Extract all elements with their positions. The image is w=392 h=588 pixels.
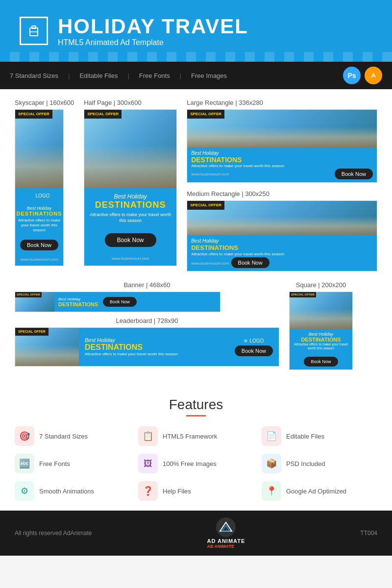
feature-label-6: Smooth Animations [39, 488, 94, 495]
skyscraper-book-btn[interactable]: Book Now [20, 240, 58, 250]
halfpage-label: Half Page | 300x600 [84, 99, 177, 106]
feature-icon-4: 🖼 [138, 454, 158, 473]
skyscraper-ad: SPECIAL OFFER ≋ LOGO Best Holiday DESTIN… [15, 109, 64, 266]
med-rect-image: SPECIAL OFFER ≋ LOGO [187, 201, 377, 235]
feature-item-6: ⚙ Smooth Animations [15, 481, 130, 501]
feature-icon-5: 📦 [262, 454, 281, 473]
halfpage-text: Best Holiday DESTINATIONS Attractive off… [89, 193, 172, 223]
large-rect-image: SPECIAL OFFER ≋ LOGO [187, 110, 377, 147]
med-rect-footer: www.businessurl.com Book Now [191, 257, 373, 268]
large-rect-footer: www.businessurl.com Book Now [191, 169, 373, 179]
skyscraper-url: www.businessurl.com [21, 257, 58, 262]
header-icon-box [20, 17, 48, 45]
med-rect-label: Medium Rectangle | 300x250 [187, 190, 377, 197]
skyscraper-logo: ≋ LOGO [29, 192, 50, 199]
feature-icon-1: 📋 [138, 426, 158, 446]
square-tagline: Attractive offers to make your travel wo… [293, 343, 349, 351]
square-headline: Best Holiday [293, 332, 349, 337]
med-rect-book-btn[interactable]: Book Now [231, 257, 270, 268]
square-destination: DESTINATIONS [293, 337, 349, 343]
banner-special-badge: SPECIAL OFFER [15, 292, 42, 297]
leaderboard-book-btn[interactable]: Book Now [235, 345, 273, 356]
leaderboard-tagline: Attractive offers to make your travel wo… [85, 352, 227, 357]
features-section: Features 🎯 7 Standard Sizes 📋 HTML5 Fram… [0, 387, 392, 511]
banner-book-btn[interactable]: Book Now [103, 297, 137, 307]
halfpage-url: www.businessurl.com [112, 256, 149, 261]
feature-item-5: 📦 PSD Included [262, 454, 377, 473]
square-header: SPECIAL OFFER ≋ LOGO [290, 292, 352, 300]
square-landscape [290, 309, 352, 329]
landscape-silhouette [15, 145, 63, 188]
leaderboard-section: Leaderboard | 728x90 SPECIAL OFFER Best … [15, 317, 279, 367]
large-rect-section: Large Rectangle | 336x280 SPECIAL OFFER … [187, 99, 377, 183]
square-image: SPECIAL OFFER ≋ LOGO [290, 292, 352, 329]
leaderboard-headline: Best Holiday [85, 337, 227, 343]
med-rect-bottom: Best Holiday DESTINATIONS Attractive off… [187, 235, 377, 271]
footer-logo-main: AD ANIMATE AD ANIMATE [207, 538, 245, 549]
banner-headline: Best Holiday [58, 297, 98, 301]
med-rect-destination: DESTINATIONS [191, 244, 373, 251]
skyscraper-label: Skyscaper | 160x600 [15, 99, 74, 106]
leaderboard-ad: SPECIAL OFFER Best Holiday DESTINATIONS … [15, 327, 279, 367]
feature-icon-3: 🔤 [15, 454, 34, 473]
halfpage-header: SPECIAL OFFER ≋ LOGO [84, 110, 176, 119]
large-rect-special-badge: SPECIAL OFFER [187, 110, 224, 119]
leaderboard-label: Leaderboard | 728x90 [15, 317, 279, 324]
toolbar-item-sizes: 7 Standard Sizes [10, 72, 58, 79]
skyscraper-header: SPECIAL OFFER [15, 110, 63, 114]
animate-logo-icon [368, 71, 378, 80]
large-rect-bottom: Best Holiday DESTINATIONS Attractive off… [187, 147, 377, 182]
halfpage-bottom: Best Holiday DESTINATIONS Attractive off… [84, 188, 176, 266]
leaderboard-destination: DESTINATIONS [85, 343, 227, 352]
leaderboard-logo: ≋ LOGO [244, 338, 264, 343]
svg-marker-4 [220, 522, 232, 531]
banner-section: Banner | 468x60 SPECIAL OFFER Best Holid… [15, 281, 279, 312]
med-rect-url: www.businessurl.com [191, 261, 229, 266]
halfpage-image: SPECIAL OFFER ≋ LOGO [84, 110, 176, 188]
leaderboard-text: Best Holiday DESTINATIONS Attractive off… [85, 337, 227, 357]
leaderboard-image: SPECIAL OFFER [15, 328, 79, 366]
footer-code: TT004 [360, 530, 377, 537]
features-underline [186, 415, 206, 416]
feature-label-7: Help Files [163, 488, 191, 495]
footer-logo: AD ANIMATE AD ANIMATE [207, 517, 245, 549]
skyscraper-section: Skyscaper | 160x600 SPECIAL OFFER ≋ LOGO… [15, 99, 74, 271]
halfpage-tagline: Attractive offers to make your travel wo… [89, 212, 172, 223]
feature-icon-0: 🎯 [15, 426, 34, 446]
toolbar-app-icons: Ps [343, 67, 382, 84]
square-text: Best Holiday DESTINATIONS Attractive off… [293, 332, 349, 351]
leaderboard-special-badge: SPECIAL OFFER [15, 328, 49, 336]
square-ad: SPECIAL OFFER ≋ LOGO Best Holiday DESTIN… [289, 292, 353, 370]
med-rect-special-badge: SPECIAL OFFER [187, 201, 224, 210]
square-section: Square | 200x200 SPECIAL OFFER ≋ LOGO Be… [289, 281, 353, 370]
feature-label-3: Free Fonts [39, 460, 70, 467]
square-book-btn[interactable]: Book Now [304, 357, 338, 367]
toolbar-item-images: Free Images [191, 72, 227, 79]
leaderboard-content: Best Holiday DESTINATIONS Attractive off… [79, 328, 279, 366]
toolbar-item-fonts: Free Fonts [139, 72, 170, 79]
footer-copyright: All rights reserved AdAnimate [15, 530, 92, 537]
skyscraper-headline: Best Holiday [16, 206, 62, 211]
med-rect-section: Medium Rectangle | 300x250 SPECIAL OFFER… [187, 190, 377, 271]
large-rect-ad: SPECIAL OFFER ≋ LOGO Best Holiday DESTIN… [187, 109, 377, 183]
banner-text: Best Holiday DESTINATIONS [58, 297, 98, 307]
photoshop-icon: Ps [343, 67, 361, 84]
banner-destination: DESTINATIONS [58, 301, 98, 307]
feature-icon-8: 📍 [262, 481, 281, 501]
feature-label-4: 100% Free Images [163, 460, 217, 467]
halfpage-book-btn[interactable]: Book Now [105, 233, 156, 247]
large-rect-book-btn[interactable]: Book Now [335, 169, 373, 179]
page-title: HOLIDAY TRAVEL [58, 15, 248, 38]
skyscraper-bottom: ≋ LOGO Best Holiday DESTINATIONS Attract… [15, 188, 63, 266]
square-bottom: Best Holiday DESTINATIONS Attractive off… [290, 329, 352, 369]
footer-logo-block: AD ANIMATE AD ANIMATE [207, 517, 245, 549]
skyscraper-text: Best Holiday DESTINATIONS Attractive off… [16, 206, 62, 233]
page-subtitle: HTML5 Animated Ad Template [58, 38, 248, 47]
feature-item-3: 🔤 Free Fonts [15, 454, 130, 473]
toolbar-item-editable: Editable Files [79, 72, 118, 79]
halfpage-special-badge: SPECIAL OFFER [84, 110, 122, 119]
special-offer-badge: SPECIAL OFFER [15, 110, 52, 119]
med-rect-landscape [187, 217, 377, 236]
top-previews-grid: Skyscaper | 160x600 SPECIAL OFFER ≋ LOGO… [15, 99, 377, 271]
large-rect-landscape [187, 127, 377, 148]
